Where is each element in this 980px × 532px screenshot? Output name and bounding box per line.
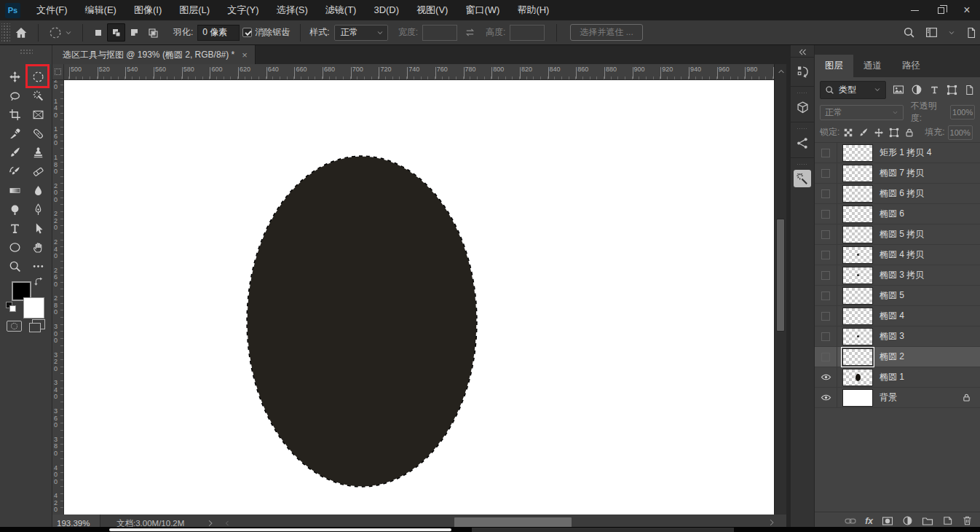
- new-adjustment-layer-icon[interactable]: [902, 515, 913, 526]
- menu-item-11[interactable]: 帮助(H): [508, 0, 558, 20]
- gradient-tool[interactable]: [3, 181, 26, 200]
- layer-name[interactable]: 椭圆 6 拷贝: [880, 187, 924, 200]
- layer-visibility-eye[interactable]: [815, 367, 837, 387]
- intersect-selection-button[interactable]: [143, 23, 162, 42]
- toolbar-grip[interactable]: [20, 49, 33, 54]
- new-layer-icon[interactable]: [942, 515, 953, 526]
- lock-position-icon[interactable]: [874, 128, 884, 138]
- clone-stamp-tool[interactable]: [26, 143, 50, 162]
- eraser-tool[interactable]: [26, 162, 50, 181]
- ruler-origin-box[interactable]: [52, 64, 64, 80]
- vertical-scrollbar[interactable]: [774, 64, 786, 515]
- path-selection-tool[interactable]: [26, 219, 50, 238]
- layer-visibility-empty[interactable]: [815, 326, 837, 346]
- add-to-selection-button[interactable]: [107, 23, 125, 42]
- menu-item-6[interactable]: 选择(S): [267, 0, 316, 20]
- layer-name[interactable]: 椭圆 4 拷贝: [880, 249, 924, 261]
- eyedropper-tool[interactable]: [3, 124, 26, 143]
- menu-item-9[interactable]: 视图(V): [408, 0, 457, 20]
- layer-name[interactable]: 椭圆 1: [880, 371, 904, 383]
- layer-name[interactable]: 背景: [880, 391, 897, 404]
- subtract-from-selection-button[interactable]: [125, 23, 143, 42]
- layer-visibility-empty[interactable]: [815, 204, 837, 224]
- close-button[interactable]: ×: [954, 0, 980, 20]
- home-button[interactable]: [10, 23, 32, 43]
- menu-item-4[interactable]: 图层(L): [170, 0, 218, 20]
- libraries-panel-icon[interactable]: [794, 134, 811, 152]
- layer-thumbnail[interactable]: [842, 307, 874, 326]
- screen-mode-button[interactable]: [32, 319, 45, 329]
- brush-tool[interactable]: [3, 143, 26, 162]
- layer-thumbnail[interactable]: [842, 144, 874, 163]
- layer-thumbnail[interactable]: [842, 246, 874, 265]
- lock-all-icon[interactable]: [904, 128, 914, 138]
- options-grip[interactable]: [1, 23, 10, 42]
- shape-ellipse-tool[interactable]: [3, 238, 26, 257]
- layer-name[interactable]: 椭圆 4: [880, 310, 904, 322]
- menu-item-8[interactable]: 3D(D): [365, 0, 408, 20]
- menu-item-1[interactable]: 文件(F): [28, 0, 76, 20]
- layer-thumbnail[interactable]: [842, 266, 874, 285]
- layer-thumbnail[interactable]: [842, 164, 874, 183]
- swap-colors-icon[interactable]: [34, 277, 44, 286]
- tab-close-icon[interactable]: ×: [242, 50, 248, 60]
- menu-item-2[interactable]: 编辑(E): [76, 0, 125, 20]
- dodge-tool[interactable]: [3, 200, 26, 219]
- layer-thumbnail[interactable]: [842, 388, 874, 407]
- layer-row[interactable]: 矩形 1 拷贝 4: [815, 143, 980, 163]
- healing-tool[interactable]: [26, 124, 50, 143]
- add-layer-mask-icon[interactable]: [882, 515, 893, 527]
- panel-tab-路径[interactable]: 路径: [892, 55, 930, 77]
- antialias-checkbox[interactable]: [242, 28, 252, 37]
- layer-row[interactable]: 椭圆 7 拷贝: [815, 163, 980, 184]
- lasso-tool[interactable]: [3, 86, 26, 105]
- lock-artboard-icon[interactable]: [889, 128, 899, 138]
- tool-preset-picker[interactable]: [44, 25, 76, 41]
- lock-transparent-pixels-icon[interactable]: [843, 128, 853, 138]
- layer-row[interactable]: 椭圆 6: [815, 204, 980, 224]
- new-group-icon[interactable]: [922, 515, 933, 527]
- style-select[interactable]: 正常: [334, 25, 388, 41]
- quick-mask-button[interactable]: [7, 321, 22, 332]
- filter-type-layers-icon[interactable]: [929, 85, 940, 95]
- layer-row[interactable]: 椭圆 2: [815, 347, 980, 367]
- layer-thumbnail[interactable]: [842, 327, 874, 346]
- layer-visibility-eye[interactable]: [815, 388, 837, 407]
- status-back-icon[interactable]: [224, 520, 231, 527]
- minimize-button[interactable]: [901, 0, 928, 20]
- layer-row[interactable]: 椭圆 1: [815, 367, 980, 388]
- document-tab[interactable]: 选区工具与抠图 @ 193% (椭圆 2, RGB/8#) * ×: [52, 45, 256, 64]
- delete-layer-icon[interactable]: [962, 515, 973, 526]
- height-input[interactable]: [510, 25, 545, 41]
- properties-panel-icon[interactable]: [794, 98, 811, 116]
- feather-input[interactable]: [197, 25, 240, 41]
- layer-style-icon[interactable]: fx: [865, 516, 873, 526]
- menu-item-7[interactable]: 滤镜(T): [317, 0, 365, 20]
- layer-row[interactable]: 椭圆 3 拷贝: [815, 265, 980, 286]
- canvas[interactable]: [64, 80, 774, 515]
- lock-image-pixels-icon[interactable]: [858, 128, 869, 138]
- layer-visibility-empty[interactable]: [815, 184, 837, 203]
- layer-thumbnail[interactable]: [842, 348, 874, 367]
- zoom-tool[interactable]: [3, 257, 26, 275]
- layer-visibility-empty[interactable]: [815, 143, 837, 163]
- layer-name[interactable]: 矩形 1 拷贝 4: [880, 146, 931, 159]
- horizontal-ruler[interactable]: 5005205405605806006206406606807007207407…: [64, 64, 774, 80]
- layer-name[interactable]: 椭圆 7 拷贝: [880, 167, 924, 179]
- opacity-value-box[interactable]: 100%: [950, 105, 975, 120]
- layer-name[interactable]: 椭圆 2: [880, 351, 904, 363]
- hand-tool[interactable]: [26, 238, 50, 257]
- layer-visibility-empty[interactable]: [815, 163, 837, 183]
- type-tool[interactable]: [3, 219, 26, 238]
- layer-thumbnail[interactable]: [842, 205, 874, 224]
- layer-visibility-empty[interactable]: [815, 265, 837, 285]
- new-selection-button[interactable]: [89, 23, 107, 42]
- layer-visibility-empty[interactable]: [815, 245, 837, 265]
- search-icon[interactable]: [903, 26, 915, 39]
- layer-thumbnail[interactable]: [842, 286, 874, 305]
- more-tool[interactable]: [26, 257, 50, 275]
- panel-switcher-icon[interactable]: [965, 27, 977, 39]
- layer-row[interactable]: 椭圆 6 拷贝: [815, 184, 980, 204]
- layer-row[interactable]: 椭圆 4 拷贝: [815, 245, 980, 265]
- filter-shape-layers-icon[interactable]: [947, 85, 957, 95]
